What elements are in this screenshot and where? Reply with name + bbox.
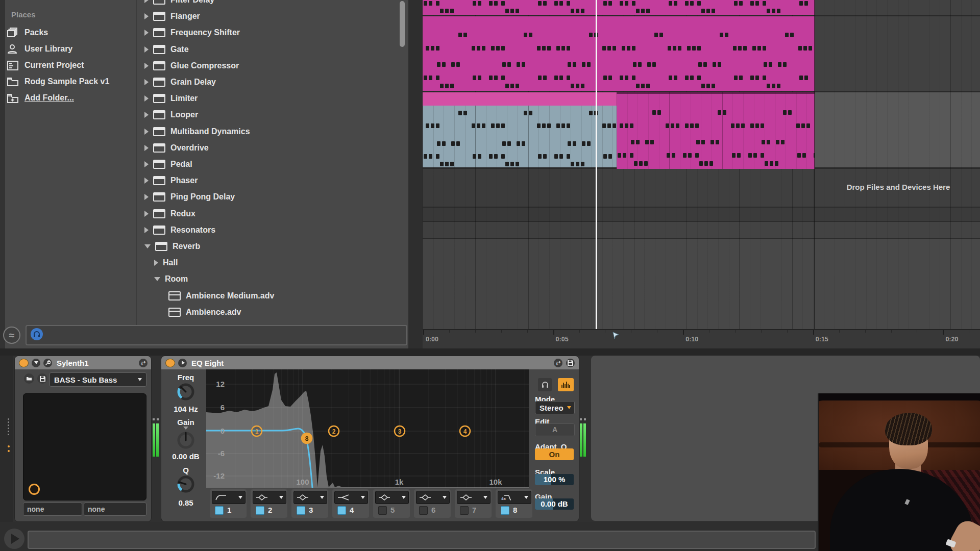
tree-item-gate[interactable]: Gate [137, 41, 398, 58]
q-value[interactable]: 0.85 [161, 498, 210, 507]
expand-arrow-icon[interactable] [144, 0, 149, 3]
band-enable-checkbox[interactable] [460, 506, 469, 515]
tree-item-ambience-adv[interactable]: Ambience.adv [137, 304, 398, 320]
filter-type-selector[interactable] [253, 491, 286, 504]
adaptq-toggle[interactable]: On [535, 448, 574, 460]
edit-ab-button[interactable]: A [535, 423, 575, 436]
band-enable-checkbox[interactable] [419, 506, 428, 515]
tree-item-redux[interactable]: Redux [137, 206, 398, 222]
eq-curve-display[interactable]: 1260-6-121001k10k12348 [206, 369, 529, 488]
tree-item-overdrive[interactable]: Overdrive [137, 140, 398, 156]
tree-item-hall[interactable]: Hall [137, 255, 398, 271]
freq-value[interactable]: 104 Hz [161, 405, 210, 413]
midi-clip-track1[interactable] [423, 0, 815, 15]
sidebar-item-packs[interactable]: Packs [7, 26, 135, 39]
midi-clip-track2[interactable] [423, 16, 815, 91]
gain-knob[interactable] [176, 430, 196, 450]
expand-arrow-icon[interactable] [144, 63, 149, 69]
audition-button[interactable] [538, 378, 552, 391]
tree-item-flanger[interactable]: Flanger [137, 8, 398, 24]
tutorial-video-overlay[interactable] [818, 393, 980, 551]
tree-item-resonators[interactable]: Resonators [137, 222, 398, 238]
scale-field[interactable]: 100 % [535, 474, 574, 485]
playhead[interactable] [596, 0, 597, 329]
fold-button[interactable] [32, 359, 40, 367]
sidebar-item-rodg-sample-pack-v1[interactable]: Rodg Sample Pack v1 [7, 75, 135, 88]
device-on-led[interactable] [19, 359, 29, 367]
tree-item-reverb[interactable]: Reverb [137, 238, 398, 255]
device-on-led[interactable] [165, 359, 175, 367]
preview-headphone-icon[interactable] [31, 328, 43, 340]
filter-type-selector[interactable] [334, 491, 368, 504]
tree-item-limiter[interactable]: Limiter [137, 90, 398, 107]
filter-type-selector[interactable] [416, 491, 450, 504]
device-view-rail[interactable] [0, 356, 13, 522]
tree-item-room[interactable]: Room [137, 271, 398, 287]
sidebar-item-current-project[interactable]: Current Project [7, 59, 135, 72]
tree-item-grain-delay[interactable]: Grain Delay [137, 74, 398, 90]
midi-clip-track3-right[interactable] [617, 92, 815, 169]
eq-band-handle-4[interactable]: 4 [460, 426, 470, 436]
expand-arrow-icon[interactable] [144, 211, 149, 217]
expand-arrow-icon[interactable] [144, 95, 149, 102]
expand-arrow-icon[interactable] [144, 161, 149, 167]
expand-arrow-icon[interactable] [144, 30, 149, 36]
band-enable-checkbox[interactable] [378, 506, 387, 515]
preview-bar[interactable] [26, 325, 407, 345]
preset-selector[interactable]: BASS - Sub Bass [50, 372, 146, 387]
expand-arrow-icon[interactable] [144, 46, 149, 53]
save-preset-icon[interactable] [37, 373, 47, 384]
similar-sounds-icon[interactable]: ≈ [3, 327, 20, 344]
tree-item-glue-compressor[interactable]: Glue Compressor [137, 58, 398, 74]
browser-scrollbar[interactable] [400, 1, 405, 47]
collapse-arrow-icon[interactable] [154, 277, 160, 281]
sylenth1-header[interactable]: Sylenth1 ⇄ [15, 356, 151, 369]
tree-item-looper[interactable]: Looper [137, 107, 398, 123]
sidebar-item-add-folder-[interactable]: Add Folder... [7, 91, 135, 105]
save-preset-icon[interactable] [566, 359, 575, 367]
expand-arrow-icon[interactable] [154, 260, 158, 266]
tree-item-ping-pong-delay[interactable]: Ping Pong Delay [137, 189, 398, 205]
expand-arrow-icon[interactable] [144, 79, 149, 85]
eq-band-handle-1[interactable]: 1 [252, 426, 262, 436]
tree-item-ambience-medium-adv[interactable]: Ambience Medium.adv [137, 288, 398, 304]
collapse-arrow-icon[interactable] [144, 244, 151, 248]
filter-type-selector[interactable] [375, 491, 409, 504]
band-enable-checkbox[interactable] [256, 506, 264, 515]
q-knob[interactable] [176, 474, 196, 494]
xy-pad[interactable] [23, 393, 146, 500]
gain-value[interactable]: 0.00 dB [161, 452, 210, 461]
expand-arrow-icon[interactable] [144, 145, 149, 151]
hot-swap-icon[interactable]: ⇄ [554, 359, 562, 367]
filter-type-selector[interactable] [212, 491, 246, 504]
xy-pad-handle[interactable] [29, 484, 40, 495]
eq-band-handle-8[interactable]: 8 [302, 433, 312, 443]
band-enable-checkbox[interactable] [297, 506, 305, 515]
status-bar[interactable] [28, 531, 816, 549]
eq8-header[interactable]: EQ Eight ⇄ [161, 356, 579, 369]
filter-type-selector[interactable]: 4x [498, 491, 531, 504]
midi-clip-track3-selected[interactable] [423, 106, 617, 167]
mod-slot-b[interactable]: none [84, 503, 146, 516]
band-enable-checkbox[interactable] [337, 506, 346, 515]
expand-arrow-icon[interactable] [144, 227, 149, 233]
tree-item-filter-delay[interactable]: Filter Delay [137, 0, 398, 8]
wrench-icon[interactable] [43, 359, 52, 367]
load-preset-icon[interactable] [24, 373, 34, 384]
filter-type-selector[interactable] [293, 491, 327, 504]
mod-slot-a[interactable]: none [23, 503, 82, 516]
mode-selector[interactable]: Stereo [535, 401, 575, 414]
sidebar-item-user-library[interactable]: User Library [7, 42, 135, 56]
expand-arrow-icon[interactable] [144, 112, 149, 118]
expand-arrow-icon[interactable] [144, 194, 149, 200]
eq-band-handle-2[interactable]: 2 [329, 426, 339, 436]
preview-play-button[interactable] [4, 529, 24, 549]
output-gain-field[interactable]: 0.00 dB [535, 498, 574, 510]
expand-arrow-icon[interactable] [144, 13, 149, 19]
hot-swap-icon[interactable]: ⇄ [139, 359, 148, 367]
tree-item-multiband-dynamics[interactable]: Multiband Dynamics [137, 123, 398, 140]
fold-button[interactable] [178, 359, 187, 367]
tree-item-phaser[interactable]: Phaser [137, 172, 398, 189]
filter-type-selector[interactable] [457, 491, 491, 504]
band-enable-checkbox[interactable] [215, 506, 224, 515]
